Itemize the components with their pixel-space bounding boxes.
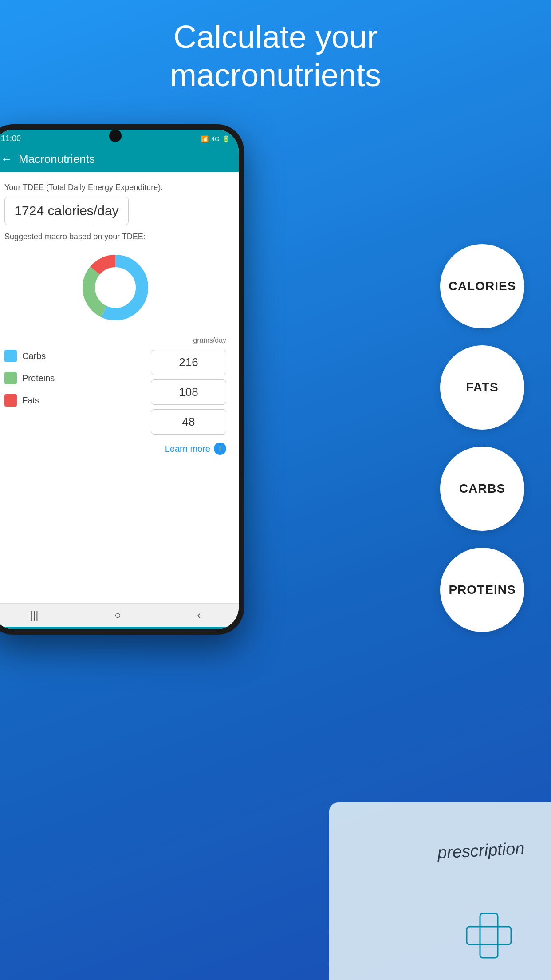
bottom-nav: ||| ○ ‹ — [0, 603, 239, 627]
circles-container: CALORIES FATS CARBS PROTEINS — [440, 244, 524, 632]
learn-more-row: Learn more i — [4, 443, 226, 455]
camera-notch — [109, 130, 122, 142]
circle-proteins[interactable]: PROTEINS — [440, 548, 524, 632]
learn-more-link[interactable]: Learn more — [165, 444, 210, 454]
nav-home-icon[interactable]: ○ — [114, 609, 121, 621]
signal-icon: 4G — [211, 135, 220, 142]
app-title: Macronutrients — [19, 152, 95, 166]
proteins-label: Proteins — [22, 373, 55, 383]
svg-rect-1 — [467, 927, 511, 944]
legend-proteins: Proteins — [4, 372, 55, 384]
suggested-label: Suggested macro based on your TDEE: — [4, 232, 226, 241]
macro-legend: Carbs Proteins Fats — [4, 350, 55, 407]
donut-chart-container — [4, 248, 226, 328]
macro-values: grams/day 216 108 48 — [151, 336, 226, 435]
circle-calories[interactable]: CALORIES — [440, 244, 524, 328]
fats-color — [4, 394, 17, 407]
tdee-value: 1724 calories/day — [4, 197, 129, 225]
proteins-color — [4, 372, 17, 384]
carbs-value: 216 — [151, 350, 226, 375]
circle-fats[interactable]: FATS — [440, 345, 524, 430]
medical-cross — [462, 909, 516, 962]
battery-icon: 🔋 — [222, 135, 230, 142]
content-area: Your TDEE (Total Daily Energy Expenditur… — [0, 172, 239, 603]
header-line2: macronutrients — [170, 57, 381, 93]
legend-carbs: Carbs — [4, 350, 55, 362]
donut-center — [96, 268, 135, 307]
wifi-icon: 📶 — [201, 135, 209, 142]
nav-back-icon[interactable]: ‹ — [197, 609, 201, 621]
status-time: 11:00 — [1, 134, 21, 143]
phone-outer: 11:00 📶 4G 🔋 ← Macronutrients Your TDEE … — [0, 124, 244, 635]
app-bar: ← Macronutrients — [0, 146, 239, 172]
svg-rect-0 — [480, 913, 498, 958]
fats-value: 48 — [151, 409, 226, 435]
carbs-color — [4, 350, 17, 362]
info-icon[interactable]: i — [214, 443, 226, 455]
grams-label: grams/day — [193, 336, 226, 344]
carbs-label: Carbs — [22, 351, 46, 361]
phone-screen: 11:00 📶 4G 🔋 ← Macronutrients Your TDEE … — [0, 130, 239, 629]
macros-section: Carbs Proteins Fats grams/day — [4, 336, 226, 435]
proteins-value: 108 — [151, 379, 226, 405]
bottom-bar — [0, 627, 239, 629]
status-icons: 📶 4G 🔋 — [201, 135, 230, 142]
tdee-label: Your TDEE (Total Daily Energy Expenditur… — [4, 183, 226, 192]
header-line1: Calculate your — [173, 19, 378, 55]
phone-mockup: 11:00 📶 4G 🔋 ← Macronutrients Your TDEE … — [0, 124, 244, 635]
prescription-bg — [329, 802, 551, 980]
circle-carbs[interactable]: CARBS — [440, 447, 524, 531]
fats-label: Fats — [22, 395, 39, 406]
prescription-area: prescription — [329, 802, 551, 980]
donut-chart — [75, 248, 155, 328]
nav-menu-icon[interactable]: ||| — [30, 609, 39, 621]
legend-fats: Fats — [4, 394, 55, 407]
header-title: Calculate your macronutrients — [0, 18, 551, 95]
back-button[interactable]: ← — [1, 152, 12, 166]
